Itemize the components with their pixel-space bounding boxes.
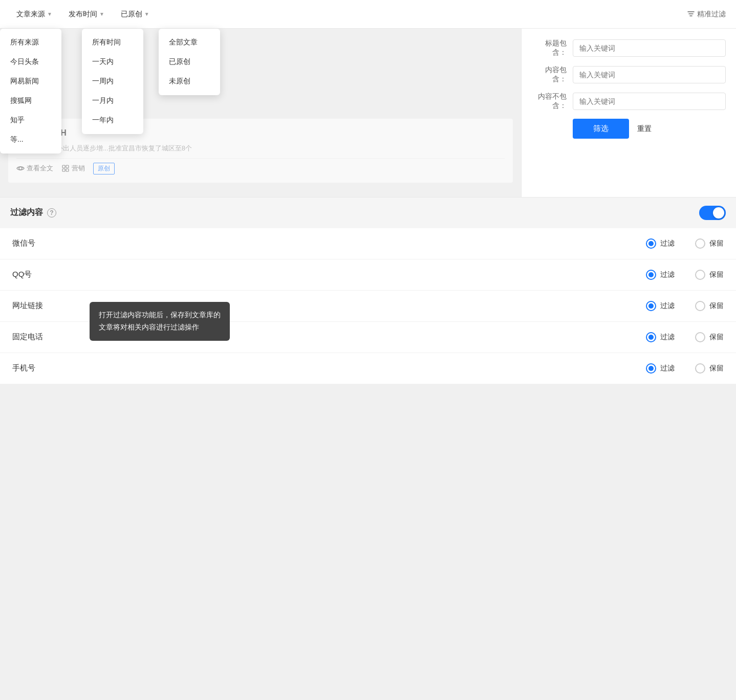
radio-circle-filter-0: [646, 238, 656, 249]
time-dropdown: 所有时间 一天内 一周内 一月内 一年内: [82, 29, 143, 134]
marketing-label: 营销: [72, 164, 85, 173]
filter-content-section: 过滤内容 ? 微信号 过滤 保留 QQ号: [0, 197, 736, 384]
exclude-filter-label: 内容不包含：: [532, 92, 573, 111]
section-title-text: 过滤内容: [10, 207, 43, 218]
article-area: 名 ...找、 的H 士投入运营，外出人员逐步增...批准宜昌市恢复了城区至8个…: [0, 29, 521, 197]
filter-item-row: 手机号 过滤 保留: [0, 353, 736, 384]
svg-rect-4: [66, 169, 69, 171]
radio-keep-label-4: 保留: [709, 364, 724, 373]
time-item-year[interactable]: 一年内: [82, 111, 143, 130]
filter-item-label-0: 微信号: [12, 238, 74, 248]
content-filter-input[interactable]: [573, 66, 726, 83]
radio-keep-2[interactable]: 保留: [695, 301, 724, 311]
view-full-btn[interactable]: 查看全文: [16, 164, 53, 173]
marketing-icon: [61, 164, 70, 172]
source-filter-btn[interactable]: 文章来源 ▼: [10, 7, 58, 22]
radio-filter-2[interactable]: 过滤: [646, 301, 675, 311]
title-filter-label: 标题包含：: [532, 39, 573, 57]
section-header: 过滤内容 ?: [0, 198, 736, 228]
radio-filter-3[interactable]: 过滤: [646, 332, 675, 342]
source-item-more[interactable]: 等...: [0, 130, 61, 149]
time-label: 发布时间: [69, 10, 97, 19]
radio-keep-label-0: 保留: [709, 239, 724, 248]
filter-item-row: QQ号 过滤 保留: [0, 259, 736, 291]
radio-group-1: 过滤 保留: [646, 270, 724, 280]
radio-circle-keep-3: [695, 332, 705, 342]
filter-item-label-1: QQ号: [12, 270, 74, 279]
time-item-week[interactable]: 一周内: [82, 72, 143, 91]
source-item-sohu[interactable]: 搜狐网: [0, 91, 61, 111]
radio-keep-1[interactable]: 保留: [695, 270, 724, 280]
help-icon[interactable]: ?: [47, 208, 56, 217]
radio-circle-filter-1: [646, 270, 656, 280]
source-item-toutiao[interactable]: 今日头条: [0, 52, 61, 72]
radio-keep-label-3: 保留: [709, 333, 724, 342]
source-arrow-icon: ▼: [47, 11, 52, 17]
original-arrow-icon: ▼: [144, 11, 149, 17]
original-dropdown: 全部文章 已原创 未原创: [159, 29, 220, 95]
radio-filter-4[interactable]: 过滤: [646, 363, 675, 374]
radio-keep-3[interactable]: 保留: [695, 332, 724, 342]
svg-rect-2: [66, 165, 69, 168]
radio-filter-1[interactable]: 过滤: [646, 270, 675, 280]
time-arrow-icon: ▼: [99, 11, 104, 17]
content-filter-label: 内容包含：: [532, 65, 573, 84]
filter-item-label-3: 固定电话: [12, 332, 74, 342]
title-filter-input[interactable]: [573, 39, 726, 57]
marketing-btn[interactable]: 营销: [61, 164, 85, 173]
radio-circle-keep-0: [695, 238, 705, 249]
filter-reset-btn[interactable]: 重置: [637, 124, 652, 134]
precise-filter-btn[interactable]: 精准过滤: [687, 10, 726, 19]
radio-filter-label-2: 过滤: [660, 301, 675, 311]
radio-circle-keep-4: [695, 363, 705, 374]
eye-icon: [16, 164, 25, 172]
time-item-day[interactable]: 一天内: [82, 52, 143, 72]
radio-group-2: 过滤 保留: [646, 301, 724, 311]
radio-filter-label-3: 过滤: [660, 333, 675, 342]
original-label: 已原创: [121, 10, 142, 19]
source-item-wangyi[interactable]: 网易新闻: [0, 72, 61, 91]
radio-filter-label-1: 过滤: [660, 270, 675, 279]
source-label: 文章来源: [16, 10, 45, 19]
exclude-filter-row: 内容不包含：: [532, 92, 726, 111]
radio-group-3: 过滤 保留: [646, 332, 724, 342]
radio-circle-filter-2: [646, 301, 656, 311]
filter-submit-btn[interactable]: 筛选: [573, 119, 629, 139]
radio-keep-label-2: 保留: [709, 301, 724, 311]
filter-item-label-2: 网址链接: [12, 301, 74, 311]
radio-group-4: 过滤 保留: [646, 363, 724, 374]
svg-point-0: [19, 167, 22, 170]
top-bar: 文章来源 ▼ 发布时间 ▼ 已原创 ▼ 精准过滤: [0, 0, 736, 29]
original-badge: 原创: [93, 163, 115, 174]
original-item-yes[interactable]: 已原创: [159, 52, 220, 72]
filter-action-bar: 筛选 重置: [532, 119, 726, 139]
filter-panel: 标题包含： 内容包含： 内容不包含： 筛选 重置: [521, 29, 736, 197]
original-item-no[interactable]: 未原创: [159, 72, 220, 91]
radio-keep-label-1: 保留: [709, 270, 724, 279]
radio-keep-0[interactable]: 保留: [695, 238, 724, 249]
exclude-filter-input[interactable]: [573, 93, 726, 110]
radio-circle-keep-1: [695, 270, 705, 280]
original-filter-btn[interactable]: 已原创 ▼: [115, 7, 156, 22]
article-actions: 查看全文 营销 原创: [16, 163, 505, 174]
svg-rect-1: [62, 165, 65, 168]
source-item-all[interactable]: 所有来源: [0, 33, 61, 52]
radio-keep-4[interactable]: 保留: [695, 363, 724, 374]
view-full-label: 查看全文: [27, 164, 53, 173]
source-item-zhihu[interactable]: 知乎: [0, 111, 61, 130]
filter-item-row: 微信号 过滤 保留: [0, 228, 736, 259]
radio-filter-label-0: 过滤: [660, 239, 675, 248]
radio-group-0: 过滤 保留: [646, 238, 724, 249]
section-title-group: 过滤内容 ?: [10, 207, 56, 218]
source-dropdown: 所有来源 今日头条 网易新闻 搜狐网 知乎 等...: [0, 29, 61, 154]
time-item-all[interactable]: 所有时间: [82, 33, 143, 52]
svg-rect-3: [62, 169, 65, 171]
radio-filter-0[interactable]: 过滤: [646, 238, 675, 249]
radio-circle-filter-4: [646, 363, 656, 374]
original-item-all[interactable]: 全部文章: [159, 33, 220, 52]
filter-toggle[interactable]: [699, 206, 726, 220]
title-filter-row: 标题包含：: [532, 39, 726, 57]
time-filter-btn[interactable]: 发布时间 ▼: [62, 7, 111, 22]
radio-circle-keep-2: [695, 301, 705, 311]
time-item-month[interactable]: 一月内: [82, 91, 143, 111]
